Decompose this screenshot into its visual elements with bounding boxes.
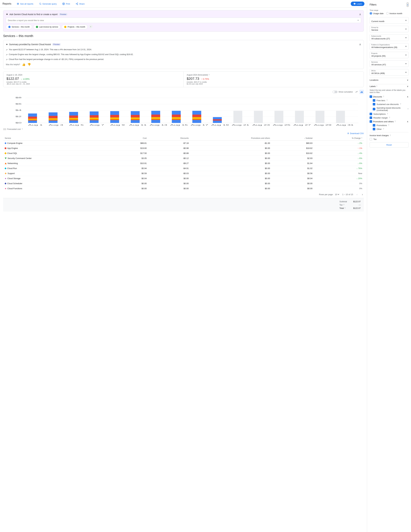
subscriptions-checkbox-item[interactable]: Subscriptions ? <box>370 113 409 115</box>
sustained-help-icon[interactable]: ? <box>400 103 401 105</box>
current-month-select[interactable]: Current month Last month Last 3 months <box>370 17 409 24</box>
filters-collapse-button[interactable]: › <box>407 2 409 7</box>
chips-nav-button[interactable]: › <box>89 25 93 28</box>
subtotal-cell: $0.00 <box>271 181 314 186</box>
table-body: Compute Engine $88.81 -$7.18 -$1.00 $80.… <box>3 141 364 191</box>
tax-filter-checkbox[interactable] <box>370 138 372 140</box>
print-button[interactable]: Print <box>61 1 72 6</box>
subscriptions-checkbox[interactable] <box>370 113 372 115</box>
invoice-charges-help-icon[interactable]: ? <box>390 134 391 137</box>
generate-query-button[interactable]: Generate query <box>37 1 58 6</box>
chip-last-invoice[interactable]: Last invoice by service <box>33 25 61 29</box>
filters-title: Filters › <box>370 2 409 7</box>
promotions-help-icon[interactable]: ? <box>388 124 389 126</box>
reset-button[interactable]: Reset <box>370 142 409 147</box>
free-tiers-checkbox[interactable] <box>373 99 375 102</box>
col-subtotal: ↓ Subtotal <box>271 136 314 141</box>
sustained-checkbox-item[interactable]: Sustained use discounts ? <box>373 103 409 105</box>
promotions-checkbox-item[interactable]: Promotions ? <box>373 124 409 127</box>
cost-cell: $19.60 <box>114 146 148 151</box>
tax-help-icon[interactable]: ? <box>343 204 344 206</box>
sustained-checkbox[interactable] <box>373 103 375 105</box>
chip-projects-this-month[interactable]: Projects – this month <box>62 25 87 29</box>
svg-text:Aug 3: Aug 3 <box>49 124 63 126</box>
credits-header[interactable]: Discounts ? ∧ <box>370 95 409 98</box>
reseller-checkbox-item[interactable]: Reseller margin ? <box>370 116 409 119</box>
svg-text:Aug 13: Aug 13 <box>150 124 167 126</box>
locations-header[interactable]: Locations ∨ <box>370 78 409 82</box>
change-cell: 0% <box>314 181 364 186</box>
see-all-reports-button[interactable]: See all reports <box>15 1 35 6</box>
folders-select[interactable]: All folders/organizations (28) <box>370 43 409 50</box>
labels-help-icon[interactable]: ? <box>376 85 377 87</box>
learn-button[interactable]: Learn <box>351 1 364 6</box>
prev-page-button[interactable]: ‹ <box>356 192 358 196</box>
subtotal-cell: $18.62 <box>271 146 314 151</box>
labels-header[interactable]: Labels ? ∨ <box>370 84 409 88</box>
group-by-select[interactable]: Service Project SKU <box>370 26 409 32</box>
chart-svg: $8 $6 $4 $2 $0 <box>3 95 364 127</box>
gemini-input[interactable] <box>8 19 356 22</box>
share-button[interactable]: Share <box>74 1 86 6</box>
free-tiers-checkbox-item[interactable]: Free tiers ? <box>373 99 409 102</box>
svg-point-4 <box>77 3 78 3</box>
svg-point-11 <box>64 26 66 28</box>
change-help-icon[interactable]: ? <box>361 137 362 139</box>
svg-rect-12 <box>361 92 361 93</box>
subaccounts-select[interactable]: All subaccounts (27) <box>370 35 409 41</box>
service-name-cell: Cloud SQL <box>3 151 114 156</box>
spending-checkbox[interactable] <box>373 108 375 110</box>
subtotal-cell: $1.02 <box>271 166 314 171</box>
table-row: Cloud Scheduler $0.00 $0.00 $0.00 $0.00 … <box>3 181 364 186</box>
subtotal-sort-icon: ↓ <box>304 137 305 139</box>
rows-per-page-select[interactable]: 10 25 50 <box>334 193 340 196</box>
svg-text:Aug 25: Aug 25 <box>273 124 290 126</box>
total-help-icon[interactable]: ? <box>344 207 346 209</box>
summary-collapse-button[interactable]: ∧ <box>359 43 361 46</box>
svg-text:Aug 23: Aug 23 <box>252 124 270 126</box>
other-checkbox-item[interactable]: Other ? <box>373 128 409 130</box>
svg-text:Aug 31: Aug 31 <box>336 124 354 126</box>
free-tiers-help-icon[interactable]: ? <box>386 99 388 102</box>
other-help-icon[interactable]: ? <box>383 128 384 130</box>
tax-label: Tax ? <box>339 204 344 206</box>
forecast-help-icon[interactable]: ? <box>208 74 210 76</box>
subscriptions-help-icon[interactable]: ? <box>387 113 388 115</box>
spending-help-icon[interactable]: ? <box>407 108 409 110</box>
service-name-cell: ✚Support <box>3 171 114 176</box>
cumulative-switch[interactable] <box>333 91 337 93</box>
services-select[interactable]: All services (47) <box>370 60 409 67</box>
gemini-collapse-button[interactable]: ∧ <box>359 13 361 16</box>
service-name-cell: ★Cloud Storage <box>3 176 114 181</box>
show-cumulative-toggle[interactable]: Show cumulative <box>333 91 353 93</box>
svg-rect-14 <box>362 92 363 93</box>
service-name-cell: Networking <box>3 161 114 166</box>
promotions-header[interactable]: Promotions and others ? ∧ <box>370 120 409 123</box>
chip-services-this-month[interactable]: Services – this month <box>6 25 32 29</box>
other-checkbox[interactable] <box>373 128 375 130</box>
usage-date-radio[interactable]: Usage date <box>370 12 384 15</box>
forecast-legend-help-icon[interactable]: ? <box>22 128 23 130</box>
promotions-others-help-icon[interactable]: ? <box>395 120 396 123</box>
service-name-cell: App Engine <box>3 146 114 151</box>
next-page-button[interactable]: › <box>361 192 364 196</box>
line-chart-button[interactable] <box>354 90 359 94</box>
thumbs-up-button[interactable]: 👍 <box>22 63 26 66</box>
reseller-help-icon[interactable]: ? <box>389 117 390 119</box>
tax-filter-checkbox-item[interactable]: Tax <box>370 138 409 140</box>
invoice-month-radio[interactable]: Invoice month <box>386 12 402 15</box>
svg-line-1 <box>41 4 41 5</box>
skus-select[interactable]: All SKUs (408) <box>370 69 409 76</box>
discounts-help-icon[interactable]: ? <box>383 95 384 98</box>
invoice-month-radio-circle <box>386 12 389 15</box>
discounts-checkbox[interactable] <box>370 95 372 98</box>
projects-select[interactable]: All projects (55) <box>370 52 409 58</box>
reseller-checkbox[interactable] <box>370 116 372 119</box>
bar-chart-button[interactable] <box>359 90 364 94</box>
spending-checkbox-item[interactable]: Spending based discounts (contractual) ? <box>373 107 409 111</box>
svg-text:Aug 15: Aug 15 <box>170 124 188 126</box>
promotions-others-checkbox[interactable] <box>370 120 372 123</box>
download-csv-button[interactable]: ⬇ Download CSV <box>347 132 364 134</box>
promotions-checkbox[interactable] <box>373 124 375 127</box>
thumbs-down-button[interactable]: 👎 <box>27 63 31 66</box>
